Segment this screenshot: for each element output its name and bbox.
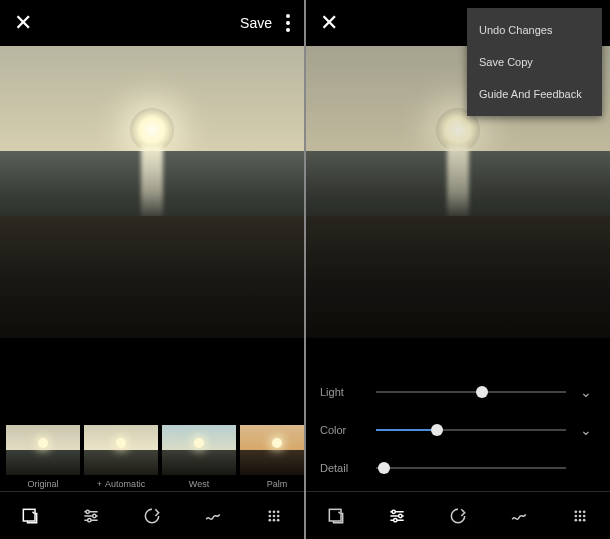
photo-preview — [0, 46, 304, 338]
svg-point-17 — [574, 510, 577, 513]
svg-point-18 — [578, 510, 581, 513]
nav-adjust-icon[interactable] — [377, 496, 417, 536]
filter-thumbnail — [240, 425, 304, 475]
svg-point-15 — [399, 514, 402, 517]
svg-point-2 — [93, 514, 96, 517]
slider-track[interactable] — [376, 467, 566, 469]
svg-point-24 — [578, 518, 581, 521]
nav-crop-icon[interactable] — [132, 496, 172, 536]
filter-item[interactable]: West — [162, 425, 236, 489]
slider-label: Color — [320, 424, 366, 436]
close-button[interactable]: ✕ — [320, 10, 338, 36]
nav-crop-icon[interactable] — [438, 496, 478, 536]
bottom-nav — [306, 491, 610, 539]
slider-track[interactable] — [376, 429, 566, 431]
svg-rect-13 — [330, 509, 342, 521]
slider-row: Detail — [320, 449, 596, 487]
svg-point-10 — [268, 518, 271, 521]
svg-point-6 — [276, 510, 279, 513]
slider-label: Detail — [320, 462, 366, 474]
slider-track[interactable] — [376, 391, 566, 393]
slider-knob[interactable] — [431, 424, 443, 436]
svg-point-1 — [86, 510, 89, 513]
chevron-down-icon[interactable]: ⌄ — [576, 384, 596, 400]
nav-more-icon[interactable] — [560, 496, 600, 536]
svg-point-19 — [582, 510, 585, 513]
svg-point-11 — [272, 518, 275, 521]
svg-point-5 — [272, 510, 275, 513]
slider-knob[interactable] — [378, 462, 390, 474]
editor-panel-adjust: ✕ Undo ChangesSave CopyGuide And Feedbac… — [306, 0, 610, 539]
slider-knob[interactable] — [476, 386, 488, 398]
menu-item[interactable]: Guide And Feedback — [467, 78, 602, 110]
svg-point-21 — [578, 514, 581, 517]
filter-item[interactable]: Palm — [240, 425, 304, 489]
bottom-nav — [0, 491, 304, 539]
svg-point-20 — [574, 514, 577, 517]
nav-filters-icon[interactable] — [316, 496, 356, 536]
svg-point-9 — [276, 514, 279, 517]
menu-item[interactable]: Save Copy — [467, 46, 602, 78]
filter-label: Palm — [240, 479, 304, 489]
svg-point-22 — [582, 514, 585, 517]
overflow-menu: Undo ChangesSave CopyGuide And Feedback — [467, 8, 602, 116]
svg-rect-0 — [24, 509, 36, 521]
filter-item[interactable]: +Automatic — [84, 425, 158, 489]
filter-thumbnail — [6, 425, 80, 475]
slider-label: Light — [320, 386, 366, 398]
filter-thumbnail — [84, 425, 158, 475]
adjust-sliders: Light⌄Color⌄Detail — [306, 365, 610, 491]
svg-point-16 — [394, 518, 397, 521]
slider-row: Color⌄ — [320, 411, 596, 449]
filter-thumbnail — [162, 425, 236, 475]
editor-panel-filters: ✕ Save Original+AutomaticWestPalm — [0, 0, 304, 539]
filter-strip: Original+AutomaticWestPalm — [0, 419, 304, 491]
svg-point-3 — [88, 518, 91, 521]
nav-filters-icon[interactable] — [10, 496, 50, 536]
filter-item[interactable]: Original — [6, 425, 80, 489]
svg-point-12 — [276, 518, 279, 521]
filter-label: Original — [6, 479, 80, 489]
svg-point-7 — [268, 514, 271, 517]
filter-label: +Automatic — [84, 479, 158, 489]
nav-adjust-icon[interactable] — [71, 496, 111, 536]
topbar: ✕ Save — [0, 0, 304, 46]
svg-point-4 — [268, 510, 271, 513]
auto-icon: + — [97, 479, 102, 489]
svg-point-23 — [574, 518, 577, 521]
svg-point-25 — [582, 518, 585, 521]
filter-label: West — [162, 479, 236, 489]
nav-more-icon[interactable] — [254, 496, 294, 536]
overflow-menu-button[interactable] — [286, 14, 290, 32]
slider-row: Light⌄ — [320, 373, 596, 411]
close-button[interactable]: ✕ — [14, 10, 32, 36]
nav-markup-icon[interactable] — [193, 496, 233, 536]
chevron-down-icon[interactable]: ⌄ — [576, 422, 596, 438]
svg-point-14 — [392, 510, 395, 513]
save-button[interactable]: Save — [240, 15, 272, 31]
nav-markup-icon[interactable] — [499, 496, 539, 536]
menu-item[interactable]: Undo Changes — [467, 14, 602, 46]
svg-point-8 — [272, 514, 275, 517]
